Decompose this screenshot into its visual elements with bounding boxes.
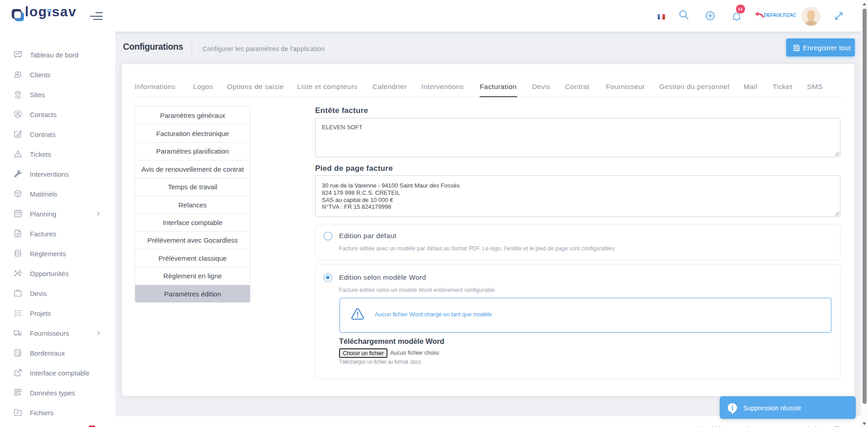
svg-text:i: i bbox=[731, 404, 734, 412]
